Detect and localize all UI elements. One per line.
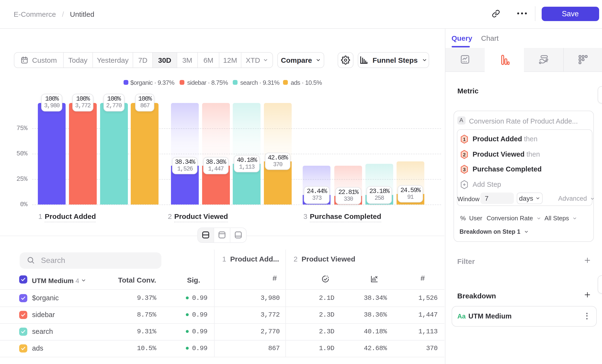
- svg-text:3: 3: [463, 167, 466, 172]
- svg-text:2: 2: [463, 152, 466, 157]
- svg-text:1: 1: [463, 137, 466, 142]
